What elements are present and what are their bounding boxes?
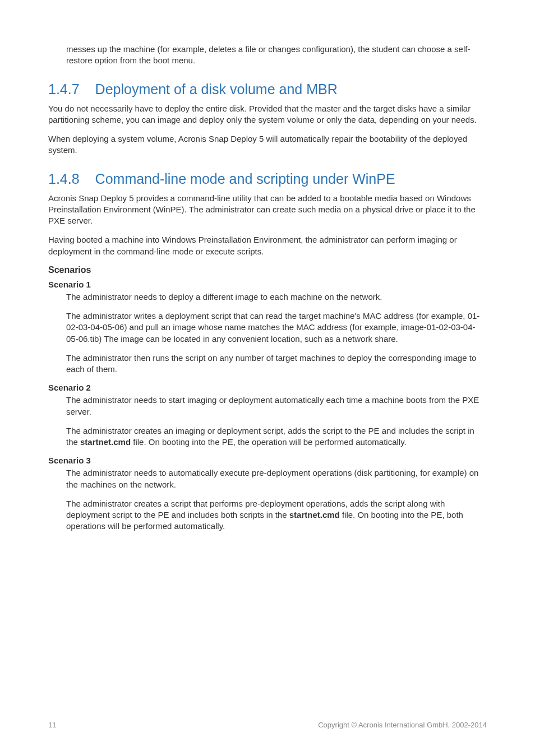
heading-1-4-7: 1.4.7Deployment of a disk volume and MBR xyxy=(48,81,487,98)
scenario-2-p2: The administrator creates an imaging or … xyxy=(48,425,487,448)
heading-number: 1.4.7 xyxy=(48,81,80,98)
sec148-p1: Acronis Snap Deploy 5 provides a command… xyxy=(48,193,487,227)
page-container: messes up the machine (for example, dele… xyxy=(0,0,535,756)
scenario-2-p1: The administrator needs to start imaging… xyxy=(48,395,487,418)
scenario-1-p3: The administrator then runs the script o… xyxy=(48,353,487,375)
scenario-2-title: Scenario 2 xyxy=(48,383,487,392)
sec147-p2: When deploying a system volume, Acronis … xyxy=(48,133,487,156)
scenario-1-title: Scenario 1 xyxy=(48,280,487,289)
sec147-p1: You do not necessarily have to deploy th… xyxy=(48,103,487,126)
scenario-1-p2: The administrator writes a deployment sc… xyxy=(48,310,487,345)
startnet-cmd-label: startnet.cmd xyxy=(289,510,340,520)
heading-title: Deployment of a disk volume and MBR xyxy=(95,81,338,97)
page-number: 11 xyxy=(48,721,56,729)
heading-title: Command-line mode and scripting under Wi… xyxy=(95,171,395,187)
scenario-3-p1: The administrator needs to automatically… xyxy=(48,467,487,490)
heading-1-4-8: 1.4.8Command-line mode and scripting und… xyxy=(48,171,487,187)
scenarios-heading: Scenarios xyxy=(48,265,487,275)
intro-paragraph: messes up the machine (for example, dele… xyxy=(48,44,487,67)
scenario-3-p2: The administrator creates a script that … xyxy=(48,498,487,532)
startnet-cmd-label: startnet.cmd xyxy=(80,437,131,447)
scenario-2-p2-b: file. On booting into the PE, the operat… xyxy=(131,437,407,447)
copyright-text: Copyright © Acronis International GmbH, … xyxy=(318,721,487,729)
heading-number: 1.4.8 xyxy=(48,171,80,187)
scenario-1-p1: The administrator needs to deploy a diff… xyxy=(48,291,487,303)
scenario-3-title: Scenario 3 xyxy=(48,456,487,465)
sec148-p2: Having booted a machine into Windows Pre… xyxy=(48,234,487,257)
page-footer: 11 Copyright © Acronis International Gmb… xyxy=(48,721,487,729)
